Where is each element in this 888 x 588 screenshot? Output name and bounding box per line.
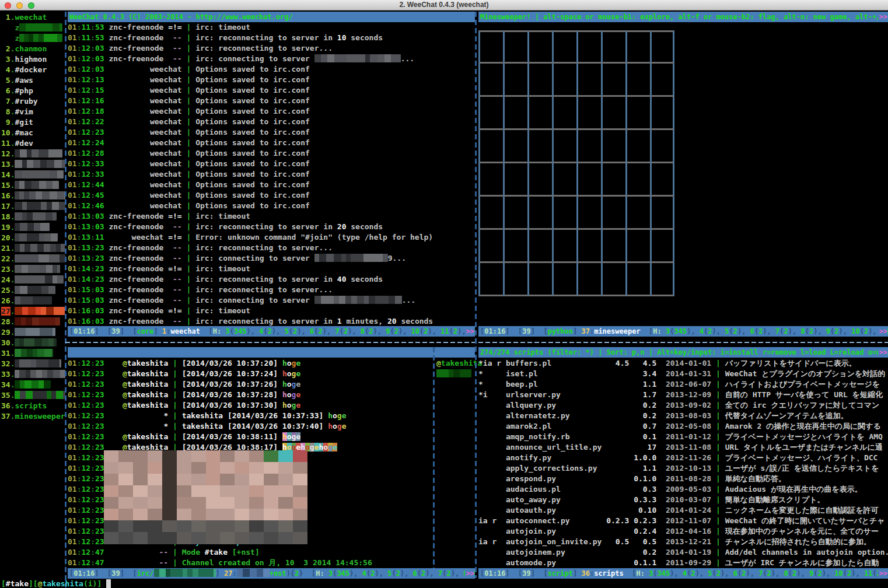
buffer-list-item[interactable]: 9.#git [1,117,65,128]
input-bar[interactable]: [#take][@takeshita(i)] [1,579,887,588]
minesweeper-cell[interactable] [503,130,527,163]
minesweeper-cell[interactable] [527,263,552,296]
minesweeper-cell[interactable] [625,97,650,130]
buffer-list-item[interactable]: 3.highmon [1,54,65,65]
buffer-list-item[interactable]: 13. [1,159,65,170]
minesweeper-cell[interactable] [552,130,576,163]
minesweeper-cell[interactable] [576,30,601,64]
buffer-list-item[interactable]: 4.#docker [1,65,65,75]
minesweeper-cell[interactable] [625,263,650,296]
minesweeper-cell[interactable] [625,30,650,64]
minesweeper-cell[interactable] [552,97,576,130]
buffer-list-item[interactable]: 35. [1,390,65,401]
buffer-list-item[interactable]: 7.#ruby [1,96,65,107]
minesweeper-cell[interactable] [527,163,552,197]
buffer-list-item[interactable]: 12. [1,149,65,159]
minesweeper-cell[interactable] [576,197,601,230]
script-row[interactable]: alternatetz.py 0.2 2013-08-03 | 代替タイムゾーン… [478,411,888,421]
minesweeper-cell[interactable] [478,263,503,296]
buffer-list-item[interactable]: 19. [1,222,65,233]
minesweeper-cell[interactable] [503,197,527,230]
buffer-list-item[interactable]: 28. [1,317,65,327]
nicklist-item[interactable] [436,369,475,379]
buffer-list-item[interactable]: 34. [1,380,65,390]
buffer-list-item[interactable]: 23. [1,264,65,275]
minesweeper-cell[interactable] [503,30,527,64]
script-row[interactable]: announce_url_title.py 17 2013-11-08 | UR… [478,442,888,453]
buffer-list-item[interactable]: 6.#php [1,86,65,96]
minesweeper-cell[interactable] [576,130,601,163]
minesweeper-cell[interactable] [650,64,674,97]
minesweeper-cell[interactable] [650,263,674,296]
minesweeper-cell[interactable] [650,30,674,64]
minesweeper-cell[interactable] [650,163,674,197]
script-row[interactable]: ia r autoconnect.py 0.2.3 0.2.3 2012-11-… [478,516,888,526]
buffer-list-item[interactable]: 21. [1,243,65,254]
minesweeper-cell[interactable] [601,97,625,130]
script-row[interactable]: amarok2.pl 0.7 2012-05-08 | Amarok 2 の操作… [478,421,888,432]
minesweeper-cell[interactable] [576,163,601,197]
buffer-list-item[interactable]: 10.#mac [1,128,65,138]
minesweeper-cell[interactable] [478,163,503,197]
script-row[interactable]: ia r autojoin_on_invite.py 0.5 0.5 2013-… [478,537,888,547]
minesweeper-cell[interactable] [527,130,552,163]
buffer-list-item[interactable]: 37.minesweeper [1,411,65,422]
script-row[interactable]: audacious.pl 0.3 2009-05-03 | Audacious … [478,484,888,495]
minesweeper-cell[interactable] [601,130,625,163]
buffer-list-item[interactable]: 20. [1,233,65,243]
minesweeper-cell[interactable] [527,197,552,230]
buffer-list-item[interactable]: 11.#dev [1,138,65,149]
buffer-list-item[interactable]: 18. [1,212,65,222]
minesweeper-cell[interactable] [601,230,625,263]
minesweeper-cell[interactable] [601,163,625,197]
minesweeper-cell[interactable] [503,263,527,296]
minesweeper-cell[interactable] [625,130,650,163]
minesweeper-cell[interactable] [576,97,601,130]
buffer-list-item[interactable]: z [1,23,65,33]
minesweeper-cell[interactable] [478,97,503,130]
minesweeper-cell[interactable] [552,263,576,296]
buffer-list-item[interactable]: 32. [1,359,65,369]
buffer-list-item[interactable]: z [1,33,65,44]
minesweeper-cell[interactable] [552,163,576,197]
minesweeper-cell[interactable] [650,130,674,163]
minesweeper-cell[interactable] [527,30,552,64]
buffer-list-item[interactable]: 24. [1,275,65,285]
minesweeper-cell[interactable] [650,97,674,130]
buffer-list-item[interactable]: 30. [1,338,65,348]
buffer-list-item[interactable]: 17. [1,201,65,212]
minesweeper-cell[interactable] [503,163,527,197]
minesweeper-cell[interactable] [478,130,503,163]
minesweeper-cell[interactable] [601,30,625,64]
minesweeper-cell[interactable] [478,230,503,263]
script-row[interactable]: auto_away.py 0.3.3 2010-03-07 | 簡単な自動離席ス… [478,495,888,505]
buffer-list-item[interactable]: 1.weechat [1,12,65,23]
script-row[interactable]: amqp_notify.rb 0.1 2011-01-12 | プライベートメッ… [478,432,888,442]
buffer-list-item[interactable]: 27. [1,306,65,317]
script-row[interactable]: automode.py 0.1.1 2011-09-29 | ユーザが IRC … [478,558,888,568]
minesweeper-cell[interactable] [478,64,503,97]
buffer-list-item[interactable]: 2.chanmon [1,44,65,54]
script-row[interactable]: * beep.pl 1.1 2012-06-07 | ハイライトおよびプライベー… [478,379,888,390]
minesweeper-cell[interactable] [650,197,674,230]
minesweeper-cell[interactable] [552,64,576,97]
minesweeper-cell[interactable] [552,230,576,263]
buffer-list-item[interactable]: 8.#vim [1,107,65,117]
minesweeper-cell[interactable] [576,263,601,296]
minesweeper-cell[interactable] [527,97,552,130]
script-row[interactable]: * iset.pl 3.4 2014-01-31 | WeeChat とプラグイ… [478,369,888,379]
script-row[interactable]: allquery.py 0.2 2013-09-02 | 全ての irc クエリ… [478,400,888,411]
minesweeper-cell[interactable] [625,64,650,97]
script-row[interactable]: autojoin.py 0.2.4 2012-04-16 | 現在参加中のチャン… [478,526,888,537]
buffer-list-item[interactable]: 33. [1,369,65,380]
minesweeper-cell[interactable] [478,197,503,230]
buffer-list-item[interactable]: 15. [1,180,65,191]
minesweeper-cell[interactable] [625,197,650,230]
script-row[interactable]: anotify.py 1.0.0 2012-11-26 | プライベートメッセー… [478,453,888,463]
minesweeper-cell[interactable] [576,230,601,263]
minesweeper-cell[interactable] [625,163,650,197]
minesweeper-cell[interactable] [503,64,527,97]
script-row[interactable]: *ia r buffers.pl 4.5 4.5 2014-01-01 | バッ… [478,358,888,369]
minesweeper-cell[interactable] [503,230,527,263]
buffer-list-item[interactable]: 29. [1,327,65,338]
